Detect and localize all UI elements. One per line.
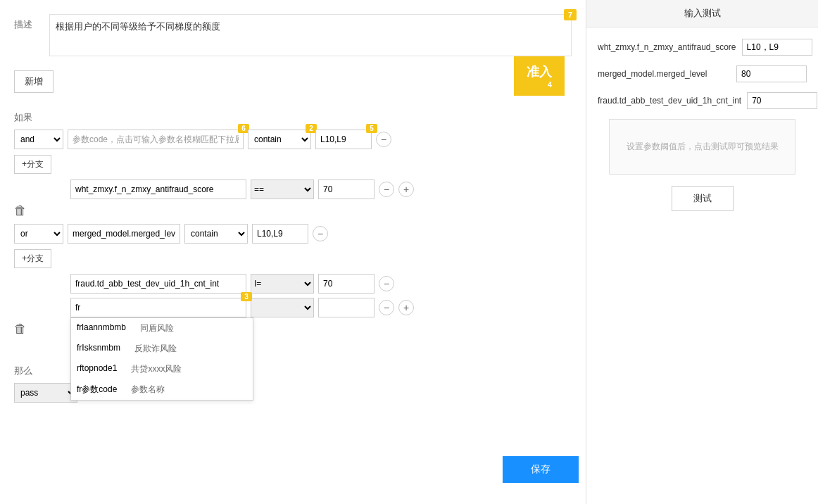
op-select-2[interactable]: == != — [251, 179, 314, 199]
input-row-1: wht_zmxy.f_n_zmxy_antifraud_score — [598, 39, 807, 56]
logic-select-1[interactable]: and or — [14, 130, 63, 149]
op-select-3[interactable]: contain == — [184, 224, 248, 244]
param-input-3[interactable] — [68, 224, 180, 244]
item-code-2: frIsksnmbm — [77, 343, 120, 355]
minus-btn-3[interactable]: − — [313, 226, 328, 241]
autocomplete-dropdown: frlaannmbmb 同盾风险 frIsksnmbm 反欺诈风险 rftopn… — [70, 317, 253, 401]
main-panel: 描述 根据用户的不同等级给予不同梯度的额度 7 新增 准入 4 如果 and o… — [0, 0, 586, 504]
description-label: 描述 — [14, 14, 42, 31]
value-input-4[interactable] — [318, 274, 375, 294]
minus-btn-5[interactable]: − — [379, 300, 394, 315]
plus-btn-2[interactable]: + — [398, 182, 414, 197]
description-text: 根据用户的不同等级给予不同梯度的额度 — [56, 21, 220, 32]
test-button[interactable]: 测试 — [672, 186, 734, 211]
op-wrapper-1: contain == 2 — [248, 130, 311, 149]
add-button[interactable]: 新增 — [14, 70, 54, 93]
item-code-3: rftopnode1 — [77, 363, 117, 375]
param-input-5[interactable] — [70, 298, 246, 317]
param-input-2[interactable] — [70, 179, 246, 199]
zhunru-button[interactable]: 准入 4 — [514, 56, 565, 96]
op-select-4[interactable]: I= == — [251, 274, 314, 294]
logic-select-3[interactable]: or and — [14, 224, 63, 244]
param-input-4[interactable] — [70, 274, 246, 294]
item-name-3: 共贷xxxx风险 — [131, 363, 182, 375]
op-select-1[interactable]: contain == — [248, 130, 311, 149]
value-input-5[interactable] — [318, 298, 375, 317]
input-label-2: merged_model.merged_level — [598, 69, 731, 79]
right-panel: 输入测试 wht_zmxy.f_n_zmxy_antifraud_score m… — [586, 0, 818, 504]
item-code-1: frlaannmbmb — [77, 322, 126, 334]
condition-row-4: I= == − — [70, 274, 572, 294]
autocomplete-item-1[interactable]: frlaannmbmb 同盾风险 — [71, 318, 253, 339]
branch-row-1: +分支 — [14, 153, 572, 177]
item-name-1: 同盾风险 — [140, 322, 174, 334]
condition-group-2: or and contain == − +分支 I= == − — [14, 224, 572, 336]
condition-row-1: and or 6 contain == 2 5 − — [14, 130, 572, 149]
item-name-4: 参数名称 — [131, 384, 165, 396]
value-input-1[interactable] — [315, 130, 372, 149]
zhunru-badge: 4 — [527, 80, 552, 89]
input-row-3: fraud.td_abb_test_dev_uid_1h_cnt_int — [598, 92, 807, 109]
badge-5: 5 — [366, 124, 377, 133]
condition-group-1: and or 6 contain == 2 5 − +分支 — [14, 130, 572, 218]
badge-3: 3 — [241, 292, 252, 301]
branch-btn-2[interactable]: +分支 — [14, 249, 51, 268]
param-input-1[interactable] — [68, 130, 244, 149]
badge-7: 7 — [564, 9, 577, 20]
autocomplete-item-4[interactable]: fr参数code 参数名称 — [71, 379, 253, 400]
autocomplete-item-3[interactable]: rftopnode1 共贷xxxx风险 — [71, 359, 253, 379]
save-button[interactable]: 保存 — [503, 456, 579, 483]
input-label-1: wht_zmxy.f_n_zmxy_antifraud_score — [598, 42, 736, 52]
trash-icon-1[interactable]: 🗑 — [14, 203, 572, 218]
description-row: 描述 根据用户的不同等级给予不同梯度的额度 7 — [14, 14, 572, 56]
item-name-2: 反欺诈风险 — [134, 343, 177, 355]
toolbar-row: 新增 准入 4 — [14, 70, 572, 104]
right-panel-header: 输入测试 — [586, 0, 818, 27]
minus-btn-2[interactable]: − — [379, 182, 394, 197]
input-row-2: merged_model.merged_level — [598, 65, 807, 82]
right-panel-body: wht_zmxy.f_n_zmxy_antifraud_score merged… — [586, 27, 818, 504]
autocomplete-item-2[interactable]: frIsksnmbm 反欺诈风险 — [71, 339, 253, 359]
param-wrapper-5: 3 frlaannmbmb 同盾风险 frIsksnmbm 反欺诈风险 rfto… — [70, 298, 246, 317]
description-box: 根据用户的不同等级给予不同梯度的额度 7 — [49, 14, 572, 56]
input-field-3[interactable] — [747, 92, 817, 109]
value-input-3[interactable] — [252, 224, 308, 244]
item-code-4: fr参数code — [77, 384, 117, 396]
value-input-2[interactable] — [318, 179, 375, 199]
plus-btn-5[interactable]: + — [398, 300, 414, 315]
condition-row-5: 3 frlaannmbmb 同盾风险 frIsksnmbm 反欺诈风险 rfto… — [70, 298, 572, 317]
then-select[interactable]: pass reject — [14, 383, 77, 403]
input-label-3: fraud.td_abb_test_dev_uid_1h_cnt_int — [598, 96, 741, 106]
hint-text: 设置参数阈值后，点击测试即可预览结果 — [627, 141, 779, 151]
condition-row-2: == != − + — [70, 179, 572, 199]
save-btn-wrapper: 保存 — [503, 456, 579, 483]
if-label: 如果 — [14, 111, 572, 124]
value-wrapper-1: 5 — [315, 130, 372, 149]
param-wrapper-1: 6 — [68, 130, 244, 149]
minus-btn-4[interactable]: − — [379, 276, 394, 291]
hint-box: 设置参数阈值后，点击测试即可预览结果 — [609, 119, 795, 175]
condition-row-3: or and contain == − — [14, 224, 572, 244]
op-select-5[interactable] — [251, 298, 314, 317]
minus-btn-1[interactable]: − — [376, 132, 391, 147]
input-field-2[interactable] — [736, 65, 807, 82]
branch-row-2: +分支 — [14, 248, 572, 271]
input-field-1[interactable] — [742, 39, 812, 56]
branch-btn-1[interactable]: +分支 — [14, 155, 51, 174]
